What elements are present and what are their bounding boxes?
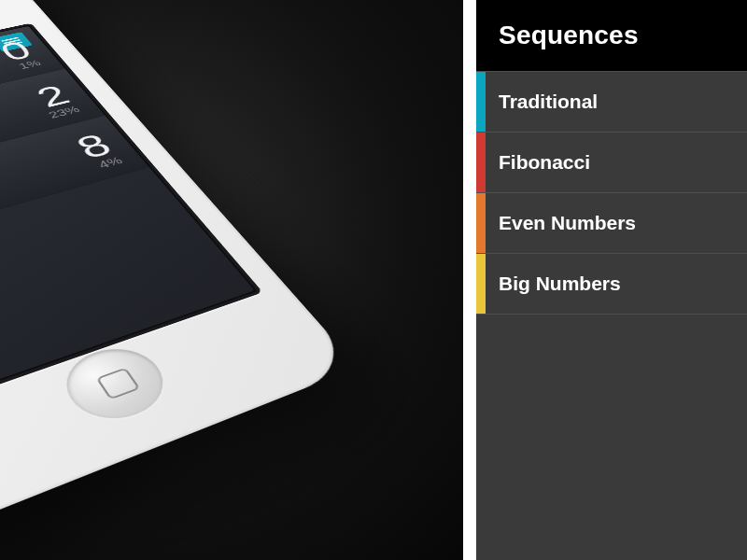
menu-item-label: Big Numbers	[499, 273, 621, 294]
iphone-device: ces onal onacci Even Numbers Big Numbers…	[0, 0, 358, 541]
phone-cards: 0 1% 2 23% 8 4%	[0, 26, 149, 213]
menu-item-label: Even Numbers	[499, 212, 636, 233]
menu-item-even-numbers[interactable]: Even Numbers	[476, 192, 747, 253]
sequences-panel: Sequences Traditional Fibonacci Even Num…	[463, 0, 747, 560]
menu-item-big-numbers[interactable]: Big Numbers	[476, 253, 747, 315]
menu-item-label: Fibonacci	[499, 151, 590, 173]
menu-item-label: Traditional	[499, 91, 598, 112]
color-bar	[476, 72, 486, 132]
phone-photo: ces onal onacci Even Numbers Big Numbers…	[0, 0, 476, 560]
color-bar	[476, 193, 486, 253]
color-bar	[476, 133, 486, 192]
color-bar	[476, 254, 486, 314]
menu-item-traditional[interactable]: Traditional	[476, 71, 747, 132]
panel-title: Sequences	[476, 0, 747, 71]
menu-item-fibonacci[interactable]: Fibonacci	[476, 132, 747, 192]
